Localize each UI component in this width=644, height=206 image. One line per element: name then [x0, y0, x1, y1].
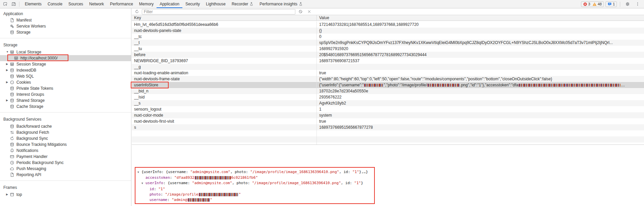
- sidebar-item-web-sql[interactable]: Web SQL: [0, 73, 131, 79]
- sidebar-item-notifications[interactable]: Notifications: [0, 148, 131, 154]
- sidebar-item-storage[interactable]: Storage: [0, 29, 131, 35]
- tab-label: Console: [48, 2, 62, 6]
- tab-application[interactable]: Application: [157, 0, 182, 8]
- clear-all-button[interactable]: [297, 9, 304, 15]
- preview-segment-plain: : {username:: [163, 181, 192, 185]
- sidebar-item-interest-groups[interactable]: Interest Groups: [0, 91, 131, 97]
- chevron-right-icon[interactable]: ▶: [6, 99, 10, 102]
- preview-line-1[interactable]: accesstoken: "dfaa89326c021861fb6": [137, 175, 371, 180]
- table-row-nuxt-color-mode[interactable]: nuxt-color-modesystem: [132, 112, 644, 118]
- chevron-down-icon[interactable]: ▼: [6, 51, 10, 53]
- sidebar-item-shared-storage[interactable]: ▶Shared Storage: [0, 97, 131, 104]
- table-row-lsid[interactable]: __lsid2935676222: [132, 94, 644, 100]
- inspect-element-button[interactable]: [1, 0, 9, 8]
- expand-triangle-icon[interactable]: ▼: [137, 170, 141, 175]
- sidebar-item-cookies[interactable]: ▶Cookies: [0, 79, 131, 85]
- table-row-s[interactable]: s168973766951565667877278: [132, 124, 644, 130]
- table-row-nuxt-devtools-frame-state[interactable]: nuxt-devtools-frame-state{"width":80,"he…: [132, 76, 644, 82]
- error-badge[interactable]: 3: [583, 2, 590, 6]
- preview-line-3[interactable]: id: "1": [137, 187, 371, 192]
- preview-line-2[interactable]: ▼userInfo: {username: "admin@mysite.com"…: [137, 180, 371, 186]
- error-count: 3: [588, 2, 590, 6]
- tabbar-left-tools: [0, 0, 22, 8]
- table-row-newbridge-bid-18793697[interactable]: NEWBRIDGE_BID_18793697168973766908721537: [132, 58, 644, 64]
- sidebar-item-service-workers[interactable]: Service Workers: [0, 23, 131, 29]
- sidebar-item-background-sync[interactable]: Background Sync: [0, 135, 131, 141]
- tab-network[interactable]: Network: [86, 0, 107, 8]
- preview-segment-plain: , id:: [341, 181, 354, 185]
- table-row-nuxt-loading-enable-animation[interactable]: nuxt-loading-enable-animationtrue: [132, 70, 644, 76]
- sidebar-item-reporting-api[interactable]: Reporting API: [0, 172, 131, 178]
- chevron-right-icon[interactable]: ▶: [6, 81, 10, 84]
- chevron-right-icon[interactable]: ▶: [6, 63, 10, 66]
- sidebar-item-session-storage[interactable]: ▶Session Storage: [0, 61, 131, 67]
- preview-segment-string: "admin@mysite.com": [192, 181, 232, 185]
- sidebar-item-indexeddb[interactable]: ▶IndexedDB: [0, 67, 131, 73]
- issues-pill[interactable]: 1: [605, 1, 617, 7]
- table-row-s[interactable]: __sAgvKkzh18yb2: [132, 100, 644, 106]
- devtools-window: ElementsConsoleSourcesNetworkPerformance…: [0, 0, 644, 206]
- sidebar-item-local-storage[interactable]: ▼Local Storage: [0, 49, 131, 55]
- table-row-nuxt-devtools-first-visit[interactable]: nuxt-devtools-first-visittrue: [132, 118, 644, 124]
- settings-button[interactable]: [623, 0, 632, 8]
- sidebar-item-background-fetch[interactable]: Background Fetch: [0, 129, 131, 135]
- sidebar-item-push-messaging[interactable]: Push Messaging: [0, 166, 131, 172]
- tab-performance[interactable]: Performance: [107, 0, 136, 8]
- table-row-nuxt-devtools-panels-state[interactable]: nuxt-devtools-panels-state{}: [132, 28, 644, 34]
- table-row-bid-n[interactable]: __bid_n18702c28e7d2304a50550e: [132, 88, 644, 94]
- table-row-before[interactable]: before20$5480168973766951565667877278168…: [132, 52, 644, 58]
- sidebar-item-cache-storage[interactable]: Cache Storage: [0, 104, 131, 110]
- sidebar-item-private-state-tokens[interactable]: Private State Tokens: [0, 85, 131, 91]
- preview-line-4[interactable]: photo: "/image/profile": [137, 192, 371, 197]
- warning-badge[interactable]: 48: [592, 2, 602, 6]
- sidebar-item-top[interactable]: ▶top: [0, 192, 131, 198]
- chevron-right-icon[interactable]: ▶: [6, 193, 10, 196]
- table-row-sensors-logout[interactable]: sensors_logout1: [132, 106, 644, 112]
- more-options-button[interactable]: [633, 0, 642, 8]
- table-icon: [10, 50, 14, 54]
- storage-panel: Key Value Hm_lvt_46e5d516d3df5b0f6d45561…: [132, 8, 644, 206]
- tab-recorder[interactable]: Recorder: [229, 0, 256, 8]
- redacted-pixelated-text: [519, 84, 566, 87]
- tab-memory[interactable]: Memory: [136, 0, 157, 8]
- tab-security[interactable]: Security: [182, 0, 203, 8]
- table-row-tu[interactable]: __tu1689927915920: [132, 46, 644, 52]
- sidebar-item-periodic-background-sync[interactable]: Periodic Background Sync: [0, 160, 131, 166]
- column-header-key[interactable]: Key: [132, 15, 317, 20]
- filter-input[interactable]: [142, 9, 295, 14]
- expand-triangle-icon[interactable]: ▼: [141, 181, 145, 186]
- delete-selected-button[interactable]: [305, 9, 313, 15]
- column-header-value[interactable]: Value: [317, 15, 644, 20]
- sidebar-item-payment-handler[interactable]: Payment Handler: [0, 154, 131, 160]
- preview-line-5[interactable]: username: "admin@": [137, 197, 371, 203]
- tab-console[interactable]: Console: [45, 0, 65, 8]
- tab-sources[interactable]: Sources: [65, 0, 86, 8]
- table-row-userinfostore[interactable]: userInfoStore{"userInfo":{"username":"",…: [132, 82, 644, 88]
- table-row-g[interactable]: __g: [132, 64, 644, 70]
- error-icon: [583, 2, 587, 6]
- device-toolbar-button[interactable]: [9, 0, 18, 8]
- preview-segment-key: userInfo: [145, 181, 163, 185]
- redacted-pixelated-text: [195, 176, 231, 179]
- table-row-t[interactable]: __tspSpV0e2n9sgPnkKsCYPQ9lJsOmYFvz137FXh…: [132, 40, 644, 46]
- application-sidebar: ApplicationManifestService WorkersStorag…: [0, 8, 131, 206]
- key-cell: __tu: [132, 46, 317, 52]
- tree-item-label: Manifest: [16, 18, 32, 23]
- table-row-tc[interactable]: __tc0: [132, 34, 644, 40]
- sidebar-item-http-localhost-3000[interactable]: http://localhost:3000/: [0, 55, 131, 61]
- sidebar-item-bounce-tracking-mitigations[interactable]: Bounce Tracking Mitigations: [0, 141, 131, 148]
- tree-item-label: Private State Tokens: [16, 86, 53, 91]
- table-icon: [10, 62, 14, 67]
- sidebar-item-manifest[interactable]: Manifest: [0, 17, 131, 23]
- sidebar-item-back-forward-cache[interactable]: Back/forward cache: [0, 123, 131, 129]
- tab-elements[interactable]: Elements: [22, 0, 45, 8]
- preview-line-0[interactable]: ▼{userInfo: {username: "admin@mysite.com…: [137, 169, 371, 175]
- tab-lighthouse[interactable]: Lighthouse: [203, 0, 229, 8]
- table-row-hm-lvt-46e5d516d3df5b0f6d45561deeaa66b6[interactable]: Hm_lvt_46e5d516d3df5b0f6d45561deeaa66b61…: [132, 22, 644, 28]
- key-cell: __t: [132, 40, 317, 46]
- preview-segment-string: "/image/profile: [165, 192, 198, 197]
- tab-performance-insights[interactable]: Performance insights: [256, 0, 306, 8]
- chevron-right-icon[interactable]: ▶: [6, 69, 10, 72]
- annotation-preview-box: ▼{userInfo: {username: "admin@mysite.com…: [135, 167, 375, 204]
- refresh-button[interactable]: [133, 9, 140, 15]
